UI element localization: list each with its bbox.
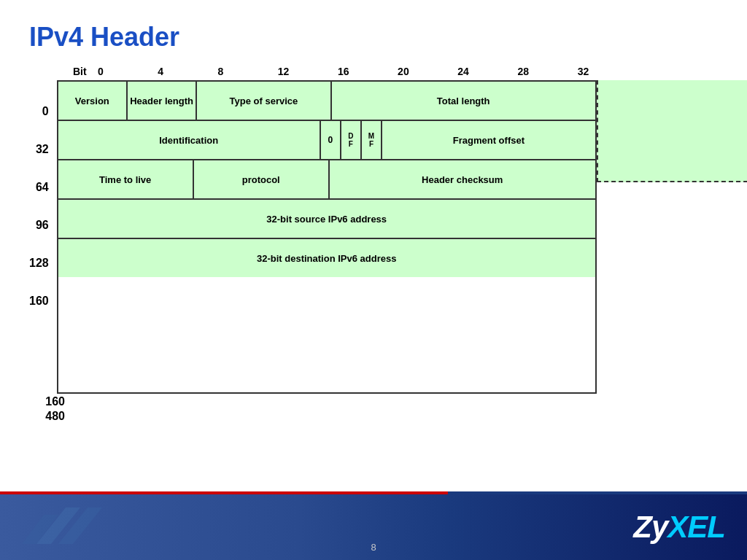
bit-prefix: Bit: [73, 66, 95, 77]
row-label-160b: 160: [29, 395, 69, 408]
bit-28: 28: [518, 66, 578, 77]
row-label-128: 128: [29, 232, 53, 270]
row-label-32: 32: [29, 118, 53, 156]
header-grid: Version Header length Type of service To…: [57, 80, 597, 394]
cell-header-length: Header length: [128, 82, 197, 120]
page-number: 8: [371, 542, 376, 553]
bit-4: 4: [158, 66, 217, 77]
page-title: IPv4 Header: [29, 22, 718, 52]
row-labels: 0 32 64 96 128 160: [29, 80, 53, 308]
cell-type-of-service: Type of service: [197, 82, 332, 120]
cell-version: Version: [58, 82, 128, 120]
options-area-wrapper: Options (if any): [597, 80, 747, 394]
main-content: IPv4 Header Bit 0 4 8 12 16 20 24 28 32 …: [0, 0, 747, 494]
cell-mf: M F: [362, 121, 382, 159]
cell-total-length: Total length: [332, 82, 595, 120]
bit-20: 20: [398, 66, 457, 77]
bottom-480-labels: 480: [29, 408, 69, 423]
bit-labels-row: Bit 0 4 8 12 16 20 24 28 32: [73, 66, 718, 77]
table-container: 0 32 64 96 128 160 Version Header length…: [29, 80, 718, 394]
grid-wrapper: Version Header length Type of service To…: [57, 80, 747, 394]
grid-row-5: 32-bit destination IPv6 address: [58, 239, 595, 277]
cell-df: D F: [341, 121, 362, 159]
bottom-labels: 160: [29, 394, 718, 408]
cell-time-to-live: Time to live: [58, 160, 194, 198]
cell-fragment-offset: Fragment offset: [382, 121, 595, 159]
row-label-480: 480: [29, 410, 69, 423]
cell-source-address: 32-bit source IPv6 address: [58, 200, 595, 238]
bit-numbers: 0 4 8 12 16 20 24 28 32: [98, 66, 638, 77]
grid-row-3: Time to live protocol Header checksum: [58, 160, 595, 200]
bit-16: 16: [338, 66, 398, 77]
bit-24: 24: [457, 66, 517, 77]
bit-0: 0: [98, 66, 158, 77]
bottom-480-row: 480: [29, 408, 718, 423]
grid-row-2: Identification 0 D F M F Fragment offset: [58, 121, 595, 160]
bit-12: 12: [278, 66, 338, 77]
cell-zero: 0: [321, 121, 341, 159]
row-label-96: 96: [29, 194, 53, 232]
cell-protocol: protocol: [194, 160, 330, 198]
bottom-grid-placeholder: [73, 394, 613, 408]
bottom-row-labels: 160: [29, 394, 69, 408]
bit-8: 8: [217, 66, 277, 77]
logo-xel: XEL: [667, 510, 725, 544]
grid-row-1: Version Header length Type of service To…: [58, 82, 595, 121]
cell-identification: Identification: [58, 121, 321, 159]
zyxel-logo: ZyXEL: [633, 510, 725, 545]
row-label-64: 64: [29, 156, 53, 194]
row-label-0: 0: [29, 80, 53, 118]
footer-watermark: [22, 500, 168, 554]
options-row: Options (if any): [597, 80, 747, 182]
cell-dest-address: 32-bit destination IPv6 address: [58, 239, 595, 277]
cell-header-checksum: Header checksum: [330, 160, 595, 198]
row-label-160: 160: [29, 270, 53, 308]
bit-32: 32: [578, 66, 638, 77]
grid-row-4: 32-bit source IPv6 address: [58, 200, 595, 239]
footer: 8 ZyXEL: [0, 494, 747, 560]
logo-zy: Zy: [633, 510, 667, 544]
